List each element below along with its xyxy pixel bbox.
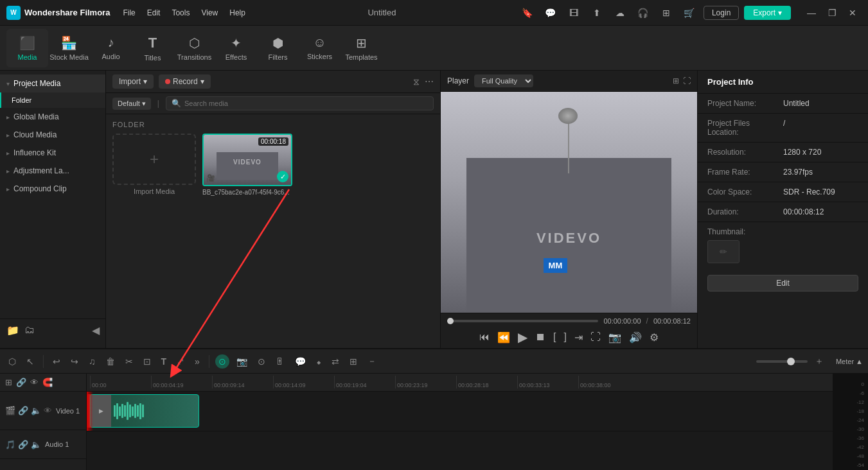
sidebar-item-project-media[interactable]: ▾ Project Media xyxy=(0,74,105,92)
support-icon[interactable]: 🎧 xyxy=(634,4,652,22)
minus-zoom-button[interactable]: － xyxy=(364,354,380,369)
film-icon[interactable]: 🎞 xyxy=(565,4,583,22)
fit-button[interactable]: ⤢ xyxy=(173,354,188,369)
speed-button[interactable]: ⇄ xyxy=(328,354,342,369)
keyframe-button[interactable]: ⬥ xyxy=(313,354,324,369)
close-button[interactable]: ✕ xyxy=(844,4,862,22)
sidebar-item-compound-clip[interactable]: ▸ Compound Clip xyxy=(0,180,105,198)
new-folder-icon[interactable]: 📁 xyxy=(6,324,19,336)
search-input[interactable] xyxy=(184,100,428,107)
toolbar-stickers[interactable]: ☺ Stickers xyxy=(299,29,341,67)
audio-meter-button[interactable]: 🎚 xyxy=(272,354,288,369)
play-button[interactable]: ▶ xyxy=(518,329,527,345)
sidebar-item-influence-kit[interactable]: ▸ Influence Kit xyxy=(0,144,105,162)
toolbar-media[interactable]: ⬛ Media xyxy=(6,29,48,67)
cloud-icon[interactable]: ☁ xyxy=(611,4,629,22)
default-filter-button[interactable]: Default ▾ xyxy=(112,98,151,110)
link-icon[interactable]: 🔗 xyxy=(16,378,26,387)
step-back-button[interactable]: ⏮ xyxy=(479,331,490,343)
import-media-placeholder[interactable]: + Import Media xyxy=(112,134,196,196)
thumbnail-box[interactable]: ✏ xyxy=(707,240,740,263)
snapshot-btn[interactable]: 📷 xyxy=(608,331,621,344)
delete-button[interactable]: 🗑 xyxy=(103,354,118,369)
audio-track-mute-icon[interactable]: 🔈 xyxy=(31,440,41,449)
login-button[interactable]: Login xyxy=(704,6,739,20)
bookmark-icon[interactable]: 🔖 xyxy=(518,4,536,22)
import-plus-button[interactable]: + xyxy=(112,134,196,185)
audio-detach-button[interactable]: ♫ xyxy=(85,354,99,369)
video-clip[interactable]: ▶ xyxy=(90,394,199,428)
toolbar-templates[interactable]: ⊞ Templates xyxy=(341,29,382,67)
magnet-icon[interactable]: 🧲 xyxy=(42,378,53,387)
progress-track[interactable] xyxy=(447,320,598,322)
filter-icon[interactable]: ⧖ xyxy=(413,76,420,87)
undo-button[interactable]: ↩ xyxy=(49,354,64,369)
more-options-icon[interactable]: ⋯ xyxy=(425,76,434,87)
menu-tools[interactable]: Tools xyxy=(172,8,190,17)
camera-record-button[interactable]: 📷 xyxy=(233,354,251,369)
crop-button[interactable]: ⊡ xyxy=(140,354,154,369)
plus-zoom-button[interactable]: ＋ xyxy=(811,354,827,369)
sidebar-item-folder[interactable]: Folder xyxy=(0,92,105,108)
add-video-track-icon[interactable]: ⊞ xyxy=(5,378,12,387)
edit-button[interactable]: Edit xyxy=(707,275,858,292)
subtitle-button[interactable]: 💬 xyxy=(292,354,309,369)
toolbar-stock-media[interactable]: 🏪 Stock Media xyxy=(48,29,90,67)
menu-edit[interactable]: Edit xyxy=(147,8,161,17)
pip-button[interactable]: ⊞ xyxy=(346,354,360,369)
media-file-item[interactable]: VIDEVO 00:00:18 ✓ 🎥 BB_c75bac2e-a07f-45f… xyxy=(202,134,292,196)
trim-button[interactable]: ⇥ xyxy=(574,331,583,344)
eye-icon[interactable]: 👁 xyxy=(30,378,39,387)
apps-icon[interactable]: ⊞ xyxy=(657,4,675,22)
progress-thumb xyxy=(447,318,454,324)
mark-out-button[interactable]: ] xyxy=(564,331,567,343)
toolbar-filters[interactable]: ⬢ Filters xyxy=(257,29,299,67)
record-button[interactable]: Record ▾ xyxy=(159,74,211,89)
track-link-icon[interactable]: 🔗 xyxy=(18,406,28,415)
scene-detect-button[interactable]: ⬡ xyxy=(5,354,19,369)
track-lock-icon[interactable]: 👁 xyxy=(44,406,52,415)
voice-button[interactable]: ⊙ xyxy=(254,354,269,369)
track-mute-icon[interactable]: 🔈 xyxy=(31,406,41,415)
quality-select[interactable]: Full Quality xyxy=(474,74,533,87)
fullscreen-icon[interactable]: ⛶ xyxy=(683,76,691,85)
collapse-icon[interactable]: ◀ xyxy=(92,324,100,336)
toolbar-transitions[interactable]: ⬡ Transitions xyxy=(173,29,215,67)
menu-view[interactable]: View xyxy=(201,8,218,17)
toolbar-audio[interactable]: ♪ Audio xyxy=(90,29,132,67)
record-dot xyxy=(165,79,170,84)
more-tools-button[interactable]: » xyxy=(191,354,203,369)
comment-icon[interactable]: 💬 xyxy=(542,4,560,22)
grid-view-icon[interactable]: ⊞ xyxy=(673,76,679,85)
toolbar-effects[interactable]: ✦ Effects xyxy=(215,29,257,67)
redo-button[interactable]: ↪ xyxy=(67,354,82,369)
menu-file[interactable]: File xyxy=(123,8,135,17)
cart-icon[interactable]: 🛒 xyxy=(680,4,698,22)
pointer-tool[interactable]: ↖ xyxy=(23,354,37,369)
toolbar-titles[interactable]: T Titles xyxy=(132,29,173,67)
import-button[interactable]: Import ▾ xyxy=(112,74,154,89)
add-folder-icon[interactable]: 🗂 xyxy=(24,324,35,336)
share-icon[interactable]: ⬆ xyxy=(588,4,606,22)
menu-bar: File Edit Tools View Help xyxy=(123,8,245,17)
text-button[interactable]: T xyxy=(158,354,170,369)
mark-in-button[interactable]: [ xyxy=(553,331,556,343)
audio-btn[interactable]: 🔊 xyxy=(629,331,642,344)
maximize-button[interactable]: ❐ xyxy=(823,4,841,22)
snap-button[interactable]: ⊙ xyxy=(215,354,229,369)
minimize-button[interactable]: — xyxy=(802,4,820,22)
audio-track-row[interactable] xyxy=(87,431,833,460)
sidebar-item-cloud-media[interactable]: ▸ Cloud Media xyxy=(0,126,105,144)
video-track-row[interactable]: ▶ xyxy=(87,392,833,431)
sidebar-item-adjustment[interactable]: ▸ Adjustment La... xyxy=(0,162,105,180)
stop-button[interactable]: ⏹ xyxy=(535,331,545,343)
export-button[interactable]: Export ▾ xyxy=(744,6,791,20)
frame-back-button[interactable]: ⏪ xyxy=(497,331,510,344)
cut-button[interactable]: ✂ xyxy=(122,354,136,369)
fullscreen-btn[interactable]: ⛶ xyxy=(590,331,601,343)
menu-help[interactable]: Help xyxy=(229,8,245,17)
audio-track-link-icon[interactable]: 🔗 xyxy=(18,440,28,449)
sidebar-item-global-media[interactable]: ▸ Global Media xyxy=(0,108,105,126)
settings-btn[interactable]: ⚙ xyxy=(650,331,659,344)
zoom-track[interactable] xyxy=(756,360,808,363)
